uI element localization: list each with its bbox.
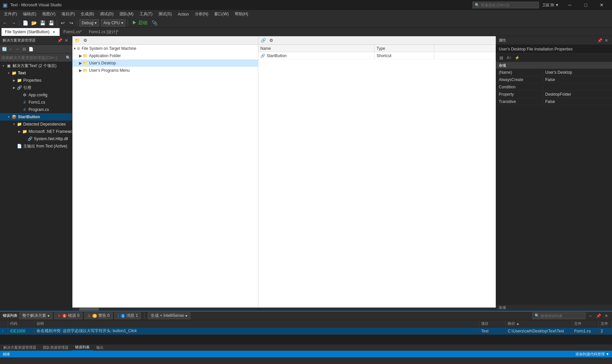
props-row-name[interactable]: (Name) User's Desktop (496, 69, 612, 76)
error-search-input[interactable] (541, 314, 586, 318)
fs-file-row-startbutton[interactable]: 🔗 StartButton Shortcut (258, 52, 496, 59)
fs-app-folder-item[interactable]: ▶ 📁 Application Folder (72, 52, 258, 59)
menu-build[interactable]: 生成(B) (78, 11, 97, 18)
tree-item-startbutton[interactable]: ▾ 📦 StartButton (0, 113, 72, 121)
maximize-button[interactable]: □ (578, 0, 593, 10)
se-toolbar-back-btn[interactable]: ← (8, 46, 14, 52)
center-scrollbar[interactable] (72, 308, 496, 311)
tab-form1design[interactable]: Form1.cs [设计]* (85, 28, 122, 36)
tree-item-output[interactable]: ▶ 📄 主输出 from Text (Active) (0, 142, 72, 150)
bottom-tab-solution-explorer[interactable]: 解决方案资源管理器 (0, 344, 40, 351)
fs-add-folder-btn[interactable]: 📁 (74, 37, 81, 44)
col-file-header[interactable]: 文件 (572, 320, 599, 327)
tree-item-dotnet[interactable]: ▶ 📁 Microsoft .NET Framework... (0, 128, 72, 135)
tree-item-deps[interactable]: ▾ 📁 Detected Dependencies (0, 121, 72, 128)
col-proj-header[interactable]: 项目 (479, 320, 506, 327)
tab-form1cs[interactable]: Form1.cs* (60, 28, 85, 36)
toolbar-redo-btn[interactable]: ↪ (68, 19, 75, 27)
tree-item-form1cs[interactable]: ▶ # Form1.cs (0, 99, 72, 106)
tab-filesystem[interactable]: File System (StartButton) ✕ (1, 28, 60, 36)
se-toolbar-collapse-btn[interactable]: ⊟ (21, 46, 27, 52)
solution-explorer-close-btn[interactable]: ✕ (63, 38, 69, 44)
menu-debug[interactable]: 调试(D) (97, 11, 116, 18)
properties-close-btn[interactable]: ✕ (603, 38, 609, 44)
debug-config-dropdown[interactable]: Debug ▾ (79, 19, 99, 27)
props-category-btn[interactable]: ▤ (497, 54, 505, 61)
menu-analyze[interactable]: 分析(N) (192, 11, 211, 18)
solution-explorer-pin-btn[interactable]: 📌 (57, 38, 63, 44)
bottom-tab-error-list[interactable]: 错误列表 (72, 344, 93, 351)
col-type-header[interactable]: Type (375, 45, 434, 52)
toolbar-undo-btn[interactable]: ↩ (59, 19, 66, 27)
tab-filesystem-close[interactable]: ✕ (51, 30, 56, 34)
col-code-header[interactable]: 代码 (8, 320, 35, 327)
tree-item-programcs[interactable]: ▶ # Program.cs (0, 106, 72, 113)
menu-view[interactable]: 视图(V) (40, 11, 58, 18)
fs-settings-btn[interactable]: ⚙ (82, 37, 89, 44)
error-filter-btn[interactable]: ✕ 0 错误 0 (54, 313, 82, 319)
menu-help[interactable]: 帮助(H) (232, 11, 251, 18)
props-row-condition[interactable]: Condition (496, 83, 612, 91)
se-toolbar-files-btn[interactable]: 📄 (28, 46, 34, 52)
error-list-pin-btn[interactable]: 📌 (595, 313, 601, 319)
toolbar-forward-btn[interactable]: → (10, 19, 17, 27)
props-alpha-btn[interactable]: A↑ (505, 54, 513, 61)
menu-project[interactable]: 项目(P) (59, 11, 77, 18)
menu-test[interactable]: 测试(S) (156, 11, 174, 18)
solution-scope-dropdown[interactable]: 整个解决方案 ▾ (19, 313, 52, 319)
error-row-0[interactable]: ℹ IDE1006 命名规则冲突: 这些字必须以大写字符开头: button1_… (0, 327, 612, 335)
fs-root-item[interactable]: ▾ 🖥 File System on Target Machine (72, 45, 258, 52)
toolbar-open-btn[interactable]: 📂 (30, 19, 38, 27)
col-name-header[interactable]: Name (258, 45, 375, 52)
menu-team[interactable]: 团队(M) (117, 11, 136, 18)
build-filter-dropdown[interactable]: 生成 + IntelliSense ▾ (148, 313, 190, 319)
start-button[interactable]: ▶ 启动 (130, 19, 150, 27)
close-button[interactable]: ✕ (594, 0, 609, 10)
toolbar-attach-btn[interactable]: 📎 (151, 19, 158, 27)
props-event-btn[interactable]: ⚡ (513, 54, 521, 61)
se-toolbar-forward-btn[interactable]: → (15, 46, 21, 52)
tree-item-properties[interactable]: ▶ 📁 Properties (0, 77, 72, 84)
menu-edit[interactable]: 编辑(E) (20, 11, 39, 18)
tree-item-refs[interactable]: ▶ 🔗 引用 (0, 84, 72, 91)
fs-create-shortcut-btn[interactable]: 🔗 (260, 37, 267, 44)
scrollbar-thumb[interactable] (79, 308, 99, 311)
se-toolbar-sync-btn[interactable]: 🔄 (1, 46, 7, 52)
quick-launch-box[interactable]: 🔍 (473, 2, 539, 8)
props-row-transitive[interactable]: Transitive False (496, 98, 612, 105)
fs-programs-item[interactable]: ▶ 📁 User's Programs Menu (72, 67, 258, 74)
menu-file[interactable]: 文件(F) (1, 11, 20, 18)
tree-item-solution[interactable]: ▾ ▣ 解决方案'Text' (2 个项目) (0, 62, 72, 69)
tree-item-appconfig[interactable]: ▶ ⚙ App.config (0, 91, 72, 99)
tree-item-nethttp[interactable]: ▶ 🔗 System.Net.Http.dll (0, 135, 72, 142)
error-search-box[interactable]: 🔍 (532, 313, 585, 319)
warning-filter-btn[interactable]: ⚠ 0 警告 0 (84, 313, 113, 319)
menu-tools[interactable]: 工具(T) (137, 11, 155, 18)
props-row-alwayscreate[interactable]: AlwaysCreate False (496, 76, 612, 83)
solution-search-input[interactable] (1, 55, 64, 60)
fs-files-settings-btn[interactable]: ⚙ (268, 37, 275, 44)
menu-action[interactable]: Action (175, 11, 191, 18)
properties-pin-btn[interactable]: 📌 (597, 38, 603, 44)
bottom-tab-team-explorer[interactable]: 团队资源管理器 (40, 344, 72, 351)
status-source-control[interactable]: 添加到源代码管理 ▼ (575, 352, 609, 357)
quick-launch-input[interactable] (481, 3, 537, 7)
col-path-header[interactable]: 路径 ▲ (506, 320, 572, 327)
bottom-tab-output[interactable]: 输出 (93, 344, 107, 351)
error-list-minimize-btn[interactable]: ─ (587, 313, 593, 319)
toolbar-back-btn[interactable]: ← (1, 19, 9, 27)
error-list-close-btn[interactable]: ✕ (603, 313, 609, 319)
menu-window[interactable]: 窗口(W) (212, 11, 231, 18)
minimize-button[interactable]: ─ (562, 0, 577, 10)
props-row-property[interactable]: Property DesktopFolder (496, 91, 612, 98)
toolbar-new-btn[interactable]: 📄 (22, 19, 29, 27)
col-line-header[interactable]: 文件 (599, 320, 612, 327)
toolbar-save-all-btn[interactable]: 💾 (47, 19, 55, 27)
platform-dropdown[interactable]: Any CPU ▾ (101, 19, 125, 27)
fs-desktop-item[interactable]: ▶ 📁 User's Desktop (72, 59, 258, 67)
toolbar-save-btn[interactable]: 💾 (39, 19, 46, 27)
info-filter-btn[interactable]: ℹ 1 消息 1 (115, 313, 141, 319)
col-desc-header[interactable]: 说明 (35, 320, 479, 327)
tree-item-text-project[interactable]: ▾ 📁 Text (0, 69, 72, 77)
properties-section-misc: 杂项 (496, 62, 612, 69)
